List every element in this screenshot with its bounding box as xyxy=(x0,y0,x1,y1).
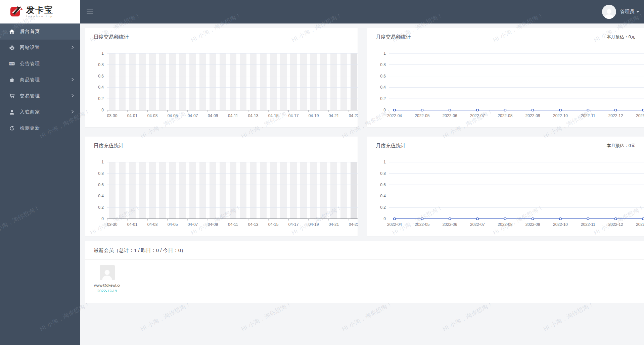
svg-text:2022-10: 2022-10 xyxy=(553,222,568,227)
svg-text:0: 0 xyxy=(383,216,386,221)
svg-text:1: 1 xyxy=(101,160,104,164)
chart-card-daily-sales: 日度交易额统计 10.80.60.40.2003-3004-0104-0304-… xyxy=(85,28,358,127)
svg-text:0.6: 0.6 xyxy=(380,183,386,187)
monthly-sales-chart: 10.80.60.40.202022-042022-052022-062022-… xyxy=(367,46,644,127)
admin-avatar[interactable] xyxy=(602,5,616,19)
top-header-bar: 管理员 xyxy=(0,0,644,23)
svg-text:04-05: 04-05 xyxy=(168,222,178,227)
chevron-right-icon xyxy=(71,109,74,115)
gear-icon xyxy=(9,45,15,51)
svg-text:0.8: 0.8 xyxy=(380,171,386,176)
svg-text:2022-07: 2022-07 xyxy=(470,222,485,227)
svg-text:0.4: 0.4 xyxy=(380,194,386,198)
sidebar-item-dashboard[interactable]: 后台首页 xyxy=(0,23,80,40)
svg-text:2023-01: 2023-01 xyxy=(636,113,644,118)
svg-text:2022-12: 2022-12 xyxy=(608,113,623,118)
chart-card-daily-recharge: 日度充值统计 10.80.60.40.2003-3004-0104-0304-0… xyxy=(85,137,358,236)
monthly-estimate-label: 本月预估：0元 xyxy=(607,143,635,149)
svg-text:2022-06: 2022-06 xyxy=(443,222,457,227)
admin-name-label[interactable]: 管理员 xyxy=(620,9,639,15)
chart-card-monthly-sales: 月度交易额统计 本月预估：0元 10.80.60.40.202022-04202… xyxy=(367,28,644,127)
member-register-date[interactable]: 2022-12-19 xyxy=(97,289,117,293)
sidebar-item-label: 公告管理 xyxy=(20,61,40,67)
monthly-recharge-chart: 10.80.60.40.202022-042022-052022-062022-… xyxy=(367,155,644,236)
svg-text:04-23: 04-23 xyxy=(349,222,358,227)
svg-text:0.2: 0.2 xyxy=(380,96,386,101)
svg-text:2022-06: 2022-06 xyxy=(443,113,457,118)
sidebar-item-label: 入驻商家 xyxy=(20,109,40,115)
svg-text:04-15: 04-15 xyxy=(268,222,279,227)
svg-text:04-09: 04-09 xyxy=(208,113,218,118)
svg-text:0.6: 0.6 xyxy=(380,74,386,79)
svg-text:04-13: 04-13 xyxy=(248,113,259,118)
chart-title: 月度充值统计 xyxy=(376,143,406,149)
chart-card-monthly-recharge: 月度充值统计 本月预估：0元 10.80.60.40.202022-042022… xyxy=(367,137,644,236)
svg-text:1: 1 xyxy=(383,160,386,164)
svg-text:0.2: 0.2 xyxy=(98,96,104,101)
svg-text:2022-05: 2022-05 xyxy=(415,113,429,118)
svg-text:04-01: 04-01 xyxy=(127,222,138,227)
svg-text:04-15: 04-15 xyxy=(268,113,279,118)
home-icon xyxy=(9,29,15,35)
svg-text:0.8: 0.8 xyxy=(98,171,104,176)
svg-text:2022-05: 2022-05 xyxy=(415,222,429,227)
bag-icon xyxy=(9,77,15,83)
sidebar-item-transactions[interactable]: 交易管理 xyxy=(0,88,80,104)
chart-title: 日度交易额统计 xyxy=(94,34,129,40)
sidebar-item-products[interactable]: 商品管理 xyxy=(0,72,80,88)
sidebar-item-check-update[interactable]: 检测更新 xyxy=(0,120,80,136)
logo-title: 发卡宝 xyxy=(26,6,53,14)
svg-text:0: 0 xyxy=(101,108,104,112)
announcement-icon: NEW xyxy=(9,61,15,67)
user-menu[interactable]: 管理员 xyxy=(602,0,639,23)
sidebar-item-label: 商品管理 xyxy=(20,77,40,83)
svg-text:2022-10: 2022-10 xyxy=(553,113,568,118)
svg-text:04-05: 04-05 xyxy=(168,113,178,118)
svg-text:2022-11: 2022-11 xyxy=(581,222,595,227)
sidebar-menu: 后台首页 网站设置 NEW 公告管理 xyxy=(0,23,80,136)
cart-icon xyxy=(9,93,15,99)
svg-text:2022-08: 2022-08 xyxy=(498,222,512,227)
svg-text:04-01: 04-01 xyxy=(127,113,138,118)
sidebar-item-announcements[interactable]: NEW 公告管理 xyxy=(0,56,80,72)
admin-name-text: 管理员 xyxy=(620,9,634,15)
latest-members-card: 最新会员（总计：1 / 昨日：0 / 今日：0） www@dkewl.com 2… xyxy=(85,241,644,303)
svg-text:0: 0 xyxy=(101,216,104,221)
svg-text:04-03: 04-03 xyxy=(147,113,158,118)
svg-text:04-23: 04-23 xyxy=(349,113,358,118)
daily-sales-chart: 10.80.60.40.2003-3004-0104-0304-0504-070… xyxy=(85,46,358,127)
update-icon xyxy=(9,126,15,131)
svg-text:2022-04: 2022-04 xyxy=(387,222,402,227)
member-email: www@dkewl.com xyxy=(94,283,120,287)
hamburger-menu-icon[interactable] xyxy=(87,9,93,14)
svg-text:1: 1 xyxy=(101,51,104,56)
caret-down-icon xyxy=(636,11,639,13)
svg-text:0.2: 0.2 xyxy=(98,205,104,210)
svg-text:1: 1 xyxy=(383,51,386,56)
svg-text:2022-09: 2022-09 xyxy=(525,222,540,227)
svg-text:04-19: 04-19 xyxy=(309,222,319,227)
svg-text:2022-11: 2022-11 xyxy=(581,113,595,118)
sidebar-item-site-settings[interactable]: 网站设置 xyxy=(0,40,80,56)
svg-text:NEW: NEW xyxy=(9,63,14,65)
daily-recharge-chart: 10.80.60.40.2003-3004-0104-0304-0504-070… xyxy=(85,155,358,236)
member-avatar xyxy=(100,265,115,280)
svg-text:0.4: 0.4 xyxy=(98,85,104,90)
logo-subtitle: fakabao.top xyxy=(26,15,53,18)
logo-mark-icon xyxy=(9,5,23,18)
svg-text:04-07: 04-07 xyxy=(188,113,198,118)
app-logo[interactable]: 发卡宝 fakabao.top xyxy=(0,0,80,23)
latest-members-title: 最新会员（总计：1 / 昨日：0 / 今日：0） xyxy=(94,247,186,254)
svg-text:0.8: 0.8 xyxy=(98,62,104,67)
svg-text:04-17: 04-17 xyxy=(288,113,299,118)
chart-title: 日度充值统计 xyxy=(94,143,124,149)
svg-text:04-19: 04-19 xyxy=(309,113,319,118)
svg-text:0.6: 0.6 xyxy=(98,74,104,79)
chart-title: 月度交易额统计 xyxy=(376,34,411,40)
sidebar: 发卡宝 fakabao.top 后台首页 网站设置 xyxy=(0,0,80,345)
svg-text:04-13: 04-13 xyxy=(248,222,259,227)
svg-text:04-11: 04-11 xyxy=(228,113,238,118)
sidebar-item-merchants[interactable]: 入驻商家 xyxy=(0,104,80,120)
svg-text:0.2: 0.2 xyxy=(380,205,386,210)
svg-text:0.8: 0.8 xyxy=(380,62,386,67)
